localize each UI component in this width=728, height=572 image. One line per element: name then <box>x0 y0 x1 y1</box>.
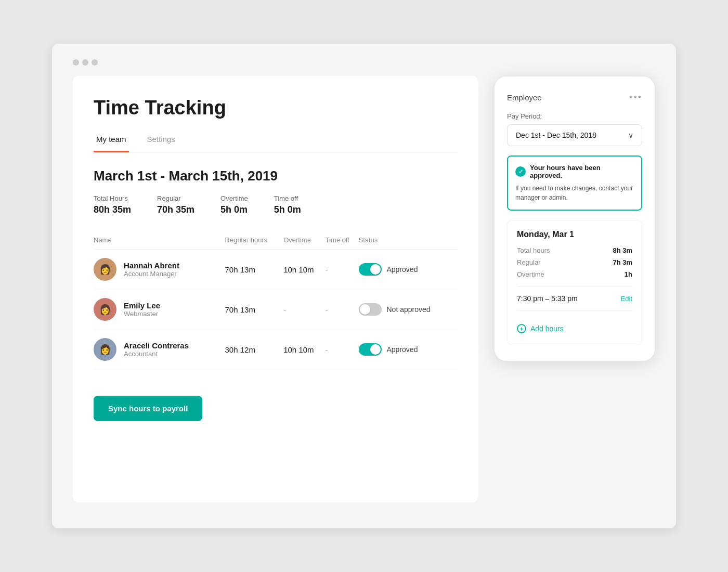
regular-1: 70h 13m <box>225 250 284 290</box>
employee-cell-3: 👩 Araceli Contreras Accountant <box>94 338 225 361</box>
stat-regular-label: Regular <box>157 194 194 202</box>
page-title: Time Tracking <box>94 97 458 119</box>
avatar-emily: 👩 <box>94 298 116 321</box>
sync-button[interactable]: Sync hours to payroll <box>94 396 202 421</box>
day-overtime-value: 1h <box>625 270 632 278</box>
day-stat-overtime: Overtime 1h <box>517 270 632 278</box>
left-panel: Time Tracking My team Settings March 1st… <box>73 76 478 502</box>
emp-role-1: Account Manager <box>124 270 179 278</box>
tab-settings[interactable]: Settings <box>145 129 178 152</box>
stat-timeoff-value: 5h 0m <box>274 204 301 215</box>
period-title: March 1st - March 15th, 2019 <box>94 168 458 184</box>
col-overtime: Overtime <box>283 231 326 250</box>
tabs: My team Settings <box>94 129 458 152</box>
toggle-knob-1 <box>370 264 381 275</box>
col-timeoff: Time off <box>326 231 359 250</box>
stat-overtime-value: 5h 0m <box>220 204 248 215</box>
check-circle-icon: ✓ <box>515 166 526 177</box>
main-content: Time Tracking My team Settings March 1st… <box>73 76 655 502</box>
table-row: 👩 Araceli Contreras Accountant 30h 12m 1… <box>94 330 458 370</box>
more-options-icon[interactable]: ••• <box>629 92 642 103</box>
chevron-down-icon: ∨ <box>628 131 633 139</box>
overtime-2: - <box>283 290 326 330</box>
stat-overtime: Overtime 5h 0m <box>220 194 248 215</box>
day-total-value: 8h 3m <box>613 246 632 254</box>
divider-2 <box>517 310 632 310</box>
toggle-2[interactable] <box>359 303 382 316</box>
status-cell-1: Approved <box>359 263 458 276</box>
day-stat-regular: Regular 7h 3m <box>517 258 632 266</box>
emp-name-1: Hannah Abrent <box>124 261 179 270</box>
day-overtime-label: Overtime <box>517 270 544 278</box>
status-cell-3: Approved <box>359 343 458 356</box>
col-status: Status <box>359 231 458 250</box>
add-hours-button[interactable]: + Add hours <box>517 318 632 335</box>
col-name: Name <box>94 231 225 250</box>
timeoff-2: - <box>326 290 359 330</box>
table-row: 👩 Emily Lee Webmaster 70h 13m - - <box>94 290 458 330</box>
tl-green <box>92 59 98 66</box>
regular-3: 30h 12m <box>225 330 284 370</box>
overtime-1: 10h 10m <box>283 250 326 290</box>
phone-mockup: Employee ••• Pay Period: Dec 1st - Dec 1… <box>494 76 655 361</box>
plus-circle-icon: + <box>517 324 526 333</box>
day-stats: Total hours 8h 3m Regular 7h 3m Overtime… <box>517 246 632 278</box>
time-entry: 7:30 pm – 5:33 pm Edit <box>517 294 632 303</box>
add-hours-label: Add hours <box>530 324 564 333</box>
stat-timeoff: Time off 5h 0m <box>274 194 301 215</box>
emp-info-1: Hannah Abrent Account Manager <box>124 261 179 278</box>
outer-frame: Time Tracking My team Settings March 1st… <box>52 44 676 528</box>
emp-role-3: Accountant <box>124 350 189 358</box>
day-title: Monday, Mar 1 <box>517 230 632 239</box>
regular-2: 70h 13m <box>225 290 284 330</box>
emp-info-3: Araceli Contreras Accountant <box>124 341 189 358</box>
employee-cell-2: 👩 Emily Lee Webmaster <box>94 298 225 321</box>
timeoff-3: - <box>326 330 359 370</box>
table-row: 👩 Hannah Abrent Account Manager 70h 13m … <box>94 250 458 290</box>
pay-period-label: Pay Period: <box>507 112 642 120</box>
stat-regular-value: 70h 35m <box>157 204 194 215</box>
stat-total-hours: Total Hours 80h 35m <box>94 194 131 215</box>
tab-my-team[interactable]: My team <box>94 129 129 152</box>
phone-header: Employee ••• <box>507 92 642 103</box>
stat-timeoff-label: Time off <box>274 194 301 202</box>
pay-period-select[interactable]: Dec 1st - Dec 15th, 2018 ∨ <box>507 124 642 146</box>
approval-title: Your hours have been approved. <box>530 164 634 179</box>
day-regular-value: 7h 3m <box>613 258 632 266</box>
timeoff-1: - <box>326 250 359 290</box>
phone-panel-title: Employee <box>507 93 542 102</box>
stats-row: Total Hours 80h 35m Regular 70h 35m Over… <box>94 194 458 215</box>
emp-role-2: Webmaster <box>124 310 160 318</box>
day-regular-label: Regular <box>517 258 541 266</box>
checkmark-icon: ✓ <box>518 168 523 175</box>
edit-link[interactable]: Edit <box>621 295 632 303</box>
emp-name-3: Araceli Contreras <box>124 341 189 350</box>
tl-yellow <box>82 59 88 66</box>
tl-red <box>73 59 79 66</box>
emp-info-2: Emily Lee Webmaster <box>124 301 160 318</box>
stat-total-label: Total Hours <box>94 194 131 202</box>
time-range: 7:30 pm – 5:33 pm <box>517 294 578 303</box>
day-stat-total: Total hours 8h 3m <box>517 246 632 254</box>
employee-cell-1: 👩 Hannah Abrent Account Manager <box>94 258 225 281</box>
toggle-3[interactable] <box>359 343 382 356</box>
approval-box: ✓ Your hours have been approved. If you … <box>507 155 642 211</box>
status-cell-2: Not approved <box>359 303 458 316</box>
employee-table: Name Regular hours Overtime Time off Sta… <box>94 231 458 370</box>
emp-name-2: Emily Lee <box>124 301 160 310</box>
divider <box>517 287 632 287</box>
toggle-1[interactable] <box>359 263 382 276</box>
traffic-lights <box>73 59 655 66</box>
status-text-3: Approved <box>387 345 418 354</box>
avatar-hannah: 👩 <box>94 258 116 281</box>
stat-regular: Regular 70h 35m <box>157 194 194 215</box>
toggle-knob-3 <box>370 344 381 355</box>
right-panel: Employee ••• Pay Period: Dec 1st - Dec 1… <box>494 76 655 361</box>
col-regular-hours: Regular hours <box>225 231 284 250</box>
avatar-araceli: 👩 <box>94 338 116 361</box>
overtime-3: 10h 10m <box>283 330 326 370</box>
status-text-1: Approved <box>387 265 418 274</box>
approval-body: If you need to make changes, contact you… <box>515 184 634 202</box>
stat-total-value: 80h 35m <box>94 204 131 215</box>
stat-overtime-label: Overtime <box>220 194 248 202</box>
